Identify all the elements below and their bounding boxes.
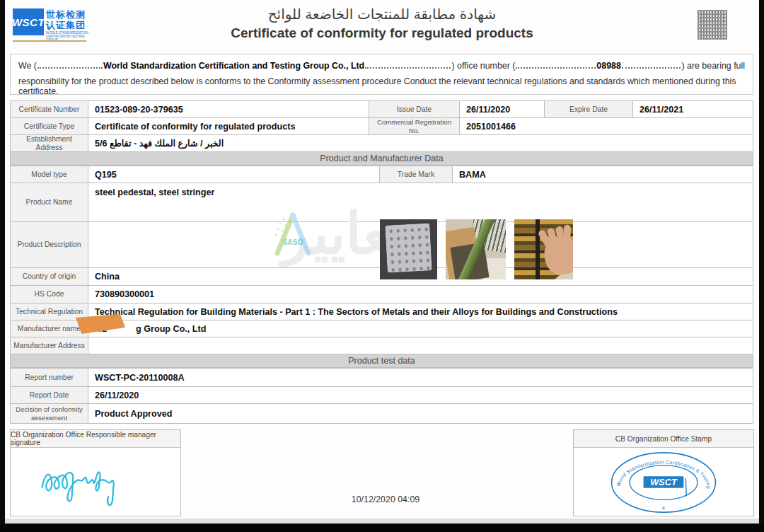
expire-date-value: 26/11/2021 (633, 101, 753, 118)
certificate-number-value: 01523-089-20-379635 (88, 101, 369, 118)
hs-code-label: HS Code (11, 286, 88, 303)
certificate-number-label: Certificate Number (11, 101, 88, 118)
tray-image (385, 223, 432, 272)
commercial-registration-label: Commercial Registration No. (369, 118, 460, 135)
we-prefix: We ( (18, 61, 37, 71)
title-arabic: شهادة مطابقة للمنتجات الخاضعة للوائح (170, 6, 594, 23)
product-photo-tray (380, 219, 437, 279)
certificate-info-table: Certificate Number 01523-089-20-379635 I… (10, 100, 753, 152)
product-photo-stringer-box (446, 219, 506, 279)
declaration-line2: responsibility for the product described… (18, 76, 745, 96)
page-title: شهادة مطابقة للمنتجات الخاضعة للوائح Cer… (170, 6, 594, 41)
logo-chinese-text: 世标检测认证集团 (46, 9, 88, 30)
report-number-label: Report number (11, 369, 88, 387)
product-section-header: Product and Manufacturer Data (10, 151, 753, 166)
hand-image (541, 235, 573, 278)
manufacturer-name-value: XL g Group Co., Ltd (88, 320, 753, 337)
product-name-label: Product Name (11, 183, 88, 222)
expire-date-label: Expire Date (545, 101, 633, 118)
frame-edge-bottom (0, 524, 764, 532)
decision-label: Decision of conformity assessment (11, 404, 88, 424)
line1-suffix: ) are bearing full (681, 61, 745, 71)
wsct-logo-icon: WSCT (13, 8, 44, 35)
stamp-box: CB Organization Office Stamp World Stand… (573, 429, 754, 516)
dotted-leader (365, 62, 451, 69)
office-number-label: ) office number ( (451, 61, 515, 71)
wsct-logo: WSCT 世标检测认证集团 WORLD STANDARDIZATION CERT… (13, 5, 86, 47)
report-date-label: Report Date (11, 387, 88, 404)
frame-edge-left (0, 0, 5, 524)
stamp-box-title: CB Organization Office Stamp (574, 430, 753, 448)
frame-edge-right (759, 0, 764, 524)
certificate-type-label: Certificate Type (11, 118, 88, 135)
declaration-line1: We ( World Standardization Certification… (18, 61, 745, 71)
declaration-box: We ( World Standardization Certification… (10, 54, 753, 95)
dotted-leader (37, 62, 103, 69)
qr-code (698, 10, 727, 40)
print-timestamp: 10/12/2020 04:09 (304, 495, 467, 504)
country-of-origin-label: Country of origin (11, 268, 88, 286)
product-name-value: steel pedestal, steel stringer (88, 183, 753, 222)
issuer-company-name: World Standardization Certification and … (103, 61, 364, 71)
manufacturer-address-label: Manufacturer Address (11, 337, 88, 354)
report-number-value: WSCT-PC-20110008A (88, 369, 753, 387)
manager-signature (32, 452, 159, 513)
manufacturer-name-label: Manufacturer name (11, 320, 88, 337)
model-type-value: Q195 (88, 166, 380, 183)
trade-mark-label: Trade Mark (380, 166, 453, 183)
product-photo-pedestals-hand (514, 219, 573, 279)
certificate-document: WSCT 世标检测认证集团 WORLD STANDARDIZATION CERT… (0, 0, 764, 532)
establishment-address-label: Establishment Address (11, 135, 88, 152)
manufacturer-address-value (88, 337, 753, 354)
logo-underline (13, 40, 86, 42)
issue-date-value: 26/11/2020 (460, 101, 545, 118)
office-number: 08988 (596, 61, 620, 71)
test-data-table: Report number WSCT-PC-20110008A Report D… (10, 368, 753, 424)
commercial-registration-value: 2051001466 (460, 118, 753, 135)
technical-regulation-value: Technical Regulation for Building Materi… (88, 303, 753, 320)
model-type-label: Model type (11, 166, 88, 183)
test-section-header: Product test data (10, 354, 753, 368)
trade-mark-value: BAMA (453, 166, 753, 183)
svg-text:✳: ✳ (661, 505, 666, 511)
title-english: Certificate of conformity for regulated … (170, 25, 594, 41)
signature-box: CB Organization Office Responsible manag… (10, 429, 181, 516)
decision-value: Product Approved (88, 404, 753, 424)
report-date-value: 26/11/2020 (88, 387, 753, 404)
dotted-leader (516, 62, 596, 69)
wsct-stamp: World Standardization Certification & Te… (606, 449, 722, 516)
certificate-type-value: Certificate of conformity for regulated … (88, 118, 369, 135)
hs-code-value: 730890300001 (88, 286, 753, 303)
product-description-label: Product Description (11, 222, 88, 268)
establishment-address-value: الخبر / شارع الملك فهد - تقاطع 5/6 (88, 135, 753, 152)
manufacturer-name-visible: g Group Co., Ltd (136, 324, 206, 334)
issue-date-label: Issue Date (369, 101, 460, 118)
signature-box-title: CB Organization Office Responsible manag… (11, 430, 180, 448)
stamp-center-label: WSCT (650, 477, 678, 487)
dotted-leader (622, 62, 681, 69)
